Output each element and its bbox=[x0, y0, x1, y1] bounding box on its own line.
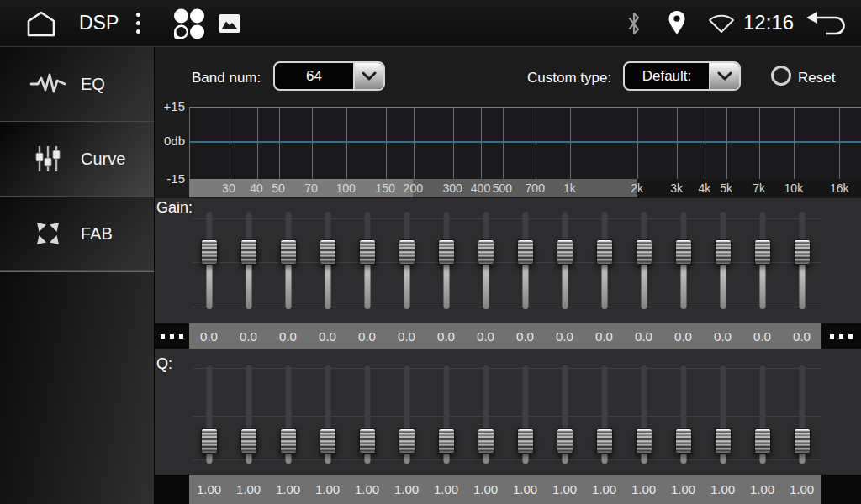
reset-radio[interactable] bbox=[771, 66, 791, 86]
slider-knob[interactable] bbox=[675, 239, 692, 265]
q-band-value: 1.00 bbox=[347, 475, 387, 504]
gain-band-slider[interactable] bbox=[466, 212, 505, 309]
chevron-down-icon[interactable] bbox=[353, 63, 383, 89]
slider-knob[interactable] bbox=[240, 428, 257, 454]
slider-knob[interactable] bbox=[636, 239, 652, 265]
slider-knob[interactable] bbox=[517, 239, 534, 265]
slider-knob[interactable] bbox=[320, 239, 336, 265]
gain-prev-bands-button[interactable] bbox=[155, 323, 189, 349]
app-title: DSP bbox=[79, 12, 119, 34]
slider-knob[interactable] bbox=[280, 428, 297, 454]
chevron-down-icon[interactable] bbox=[709, 63, 739, 89]
freq-tick-label: 3k bbox=[670, 181, 683, 195]
q-band-slider[interactable] bbox=[624, 365, 663, 464]
gain-band-slider[interactable] bbox=[268, 212, 308, 309]
gain-band-slider[interactable] bbox=[545, 212, 584, 309]
sidebar-item-fab[interactable]: FAB bbox=[0, 197, 154, 271]
q-strip-left-cap bbox=[155, 475, 189, 504]
clock: 12:16 bbox=[743, 11, 794, 34]
freq-tick-label: 150 bbox=[375, 181, 394, 195]
slider-knob[interactable] bbox=[359, 239, 376, 265]
slider-knob[interactable] bbox=[754, 239, 771, 265]
q-band-slider[interactable] bbox=[387, 365, 426, 464]
gain-band-slider[interactable] bbox=[426, 212, 466, 309]
slider-knob[interactable] bbox=[201, 239, 218, 265]
slider-knob[interactable] bbox=[438, 428, 455, 454]
slider-knob[interactable] bbox=[557, 428, 573, 454]
overflow-menu-icon[interactable] bbox=[136, 13, 140, 34]
q-band-slider[interactable] bbox=[466, 365, 505, 464]
custom-type-select[interactable]: Default: bbox=[623, 61, 741, 91]
slider-knob[interactable] bbox=[794, 239, 811, 265]
slider-knob[interactable] bbox=[359, 428, 376, 454]
bluetooth-icon bbox=[626, 11, 642, 39]
gallery-icon[interactable] bbox=[218, 13, 241, 37]
sidebar-item-curve[interactable]: Curve bbox=[0, 122, 154, 197]
gain-band-slider[interactable] bbox=[505, 212, 545, 309]
reset-label[interactable]: Reset bbox=[798, 70, 835, 87]
freq-tick-label: 700 bbox=[526, 181, 545, 195]
q-band-slider[interactable] bbox=[268, 365, 308, 464]
gain-next-bands-button[interactable] bbox=[821, 323, 861, 349]
gain-band-slider[interactable] bbox=[347, 212, 387, 309]
slider-knob[interactable] bbox=[675, 428, 692, 454]
gain-band-slider[interactable] bbox=[229, 212, 268, 309]
apps-clover-icon[interactable] bbox=[172, 8, 207, 45]
slider-knob[interactable] bbox=[754, 428, 771, 454]
gain-band-slider[interactable] bbox=[703, 212, 742, 309]
gain-sliders bbox=[189, 212, 821, 309]
q-band-slider[interactable] bbox=[347, 365, 387, 464]
back-icon[interactable] bbox=[804, 10, 851, 40]
freq-axis: 304050701001502003004005007001k2k3k4k5k7… bbox=[189, 179, 861, 197]
slider-knob[interactable] bbox=[715, 239, 732, 265]
q-band-slider[interactable] bbox=[426, 365, 466, 464]
q-band-slider[interactable] bbox=[505, 365, 545, 464]
q-band-slider[interactable] bbox=[229, 365, 268, 464]
q-band-slider[interactable] bbox=[545, 365, 584, 464]
gain-band-slider[interactable] bbox=[387, 212, 426, 309]
q-band-slider[interactable] bbox=[189, 365, 229, 464]
slider-knob[interactable] bbox=[399, 428, 415, 454]
band-num-select[interactable]: 64 bbox=[273, 61, 385, 91]
q-band-slider[interactable] bbox=[663, 365, 703, 464]
slider-knob[interactable] bbox=[715, 428, 732, 454]
slider-knob[interactable] bbox=[557, 239, 573, 265]
home-icon[interactable] bbox=[22, 8, 61, 42]
slider-knob[interactable] bbox=[201, 428, 218, 454]
q-band-slider[interactable] bbox=[742, 365, 782, 464]
gain-band-slider[interactable] bbox=[663, 212, 703, 309]
gain-band-slider[interactable] bbox=[308, 212, 347, 309]
gain-band-slider[interactable] bbox=[624, 212, 663, 309]
freq-tick-label: 5k bbox=[720, 181, 732, 195]
gain-band-slider[interactable] bbox=[189, 212, 229, 309]
slider-knob[interactable] bbox=[320, 428, 336, 454]
gain-band-slider[interactable] bbox=[782, 212, 821, 309]
q-band-slider[interactable] bbox=[703, 365, 742, 464]
slider-knob[interactable] bbox=[794, 428, 811, 454]
grid-line bbox=[503, 108, 504, 179]
slider-knob[interactable] bbox=[596, 239, 613, 265]
slider-knob[interactable] bbox=[596, 428, 613, 454]
slider-knob[interactable] bbox=[478, 428, 494, 454]
gain-band-slider[interactable] bbox=[584, 212, 624, 309]
slider-knob[interactable] bbox=[399, 239, 415, 265]
grid-line bbox=[279, 108, 280, 179]
dsp-app: DSP bbox=[0, 0, 861, 504]
q-band-slider[interactable] bbox=[782, 365, 821, 464]
main-panel: Band num: 64 Custom type: Default: Reset… bbox=[155, 47, 861, 504]
grid-line bbox=[346, 108, 347, 179]
q-band-slider[interactable] bbox=[308, 365, 347, 464]
slider-knob[interactable] bbox=[517, 428, 534, 454]
band-num-label: Band num: bbox=[192, 70, 261, 87]
slider-knob[interactable] bbox=[280, 239, 297, 265]
freq-tick-label: 100 bbox=[335, 181, 355, 195]
slider-knob[interactable] bbox=[438, 239, 455, 265]
grid-line bbox=[386, 108, 387, 179]
slider-knob[interactable] bbox=[240, 239, 257, 265]
q-band-value: 1.00 bbox=[663, 475, 703, 504]
slider-knob[interactable] bbox=[636, 428, 652, 454]
slider-knob[interactable] bbox=[478, 239, 494, 265]
q-band-slider[interactable] bbox=[584, 365, 624, 464]
gain-band-slider[interactable] bbox=[742, 212, 782, 309]
sidebar-item-eq[interactable]: EQ bbox=[0, 47, 154, 122]
